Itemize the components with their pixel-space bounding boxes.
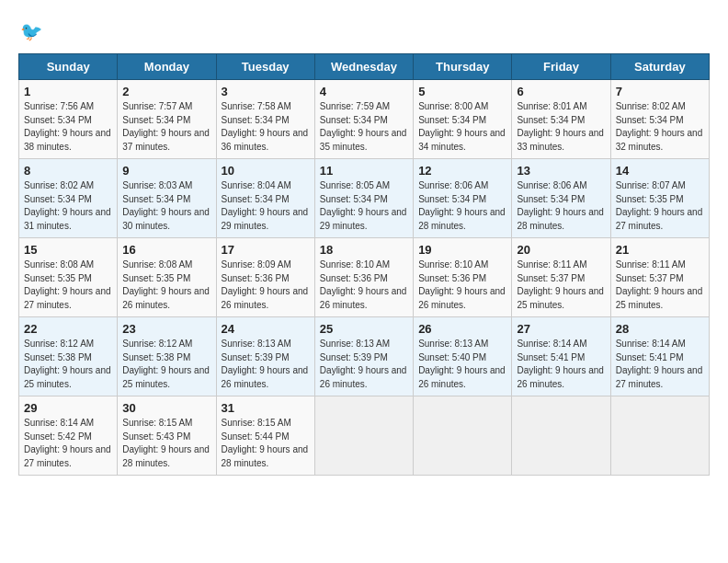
page-header: 🐦 [18,18,710,44]
day-number: 16 [122,243,210,257]
calendar-cell: 31 Sunrise: 8:15 AMSunset: 5:44 PMDaylig… [216,396,314,476]
day-number: 26 [418,322,506,336]
day-detail: Sunrise: 8:05 AMSunset: 5:34 PMDaylight:… [320,180,407,231]
calendar-cell: 7 Sunrise: 8:02 AMSunset: 5:34 PMDayligh… [610,80,709,159]
calendar-cell: 17 Sunrise: 8:09 AMSunset: 5:36 PMDaylig… [216,238,314,317]
calendar-week-3: 15 Sunrise: 8:08 AMSunset: 5:35 PMDaylig… [19,238,710,317]
day-detail: Sunrise: 8:02 AMSunset: 5:34 PMDaylight:… [616,101,703,152]
calendar-cell: 15 Sunrise: 8:08 AMSunset: 5:35 PMDaylig… [19,238,118,317]
day-detail: Sunrise: 8:07 AMSunset: 5:35 PMDaylight:… [616,180,703,231]
day-detail: Sunrise: 8:06 AMSunset: 5:34 PMDaylight:… [418,180,506,231]
calendar-cell: 23 Sunrise: 8:12 AMSunset: 5:38 PMDaylig… [118,317,216,396]
calendar-cell [314,396,413,476]
day-number: 27 [517,322,605,336]
day-detail: Sunrise: 7:59 AMSunset: 5:34 PMDaylight:… [320,101,407,152]
calendar-week-5: 29 Sunrise: 8:14 AMSunset: 5:42 PMDaylig… [19,396,710,476]
calendar-cell: 21 Sunrise: 8:11 AMSunset: 5:37 PMDaylig… [610,238,709,317]
day-detail: Sunrise: 8:08 AMSunset: 5:35 PMDaylight:… [24,259,111,310]
day-number: 7 [616,85,704,98]
calendar-cell: 26 Sunrise: 8:13 AMSunset: 5:40 PMDaylig… [414,317,512,396]
calendar-cell: 19 Sunrise: 8:10 AMSunset: 5:36 PMDaylig… [414,238,512,317]
calendar-header-thursday: Thursday [414,54,512,80]
calendar-header-friday: Friday [512,54,610,80]
calendar-cell [512,396,610,476]
day-detail: Sunrise: 7:56 AMSunset: 5:34 PMDaylight:… [24,101,111,152]
calendar-body: 1 Sunrise: 7:56 AMSunset: 5:34 PMDayligh… [19,80,710,476]
calendar-cell: 11 Sunrise: 8:05 AMSunset: 5:34 PMDaylig… [314,159,413,238]
calendar-cell [414,396,512,476]
day-detail: Sunrise: 8:10 AMSunset: 5:36 PMDaylight:… [320,259,407,310]
calendar-cell: 13 Sunrise: 8:06 AMSunset: 5:34 PMDaylig… [512,159,610,238]
day-detail: Sunrise: 8:06 AMSunset: 5:34 PMDaylight:… [517,180,604,231]
calendar-cell: 27 Sunrise: 8:14 AMSunset: 5:41 PMDaylig… [512,317,610,396]
day-number: 15 [24,243,112,257]
day-number: 25 [320,322,408,336]
day-number: 8 [24,164,112,178]
day-detail: Sunrise: 7:57 AMSunset: 5:34 PMDaylight:… [122,101,210,152]
day-number: 24 [222,322,310,336]
day-number: 3 [222,85,310,98]
calendar-cell: 10 Sunrise: 8:04 AMSunset: 5:34 PMDaylig… [216,159,314,238]
day-detail: Sunrise: 8:11 AMSunset: 5:37 PMDaylight:… [517,259,604,310]
day-detail: Sunrise: 7:58 AMSunset: 5:34 PMDaylight:… [222,101,309,152]
calendar-cell: 22 Sunrise: 8:12 AMSunset: 5:38 PMDaylig… [19,317,118,396]
day-detail: Sunrise: 8:13 AMSunset: 5:39 PMDaylight:… [320,339,407,389]
calendar-cell: 16 Sunrise: 8:08 AMSunset: 5:35 PMDaylig… [118,238,216,317]
day-number: 31 [222,401,310,415]
day-number: 1 [24,85,112,98]
day-number: 4 [320,85,408,98]
day-number: 2 [122,85,210,98]
day-number: 22 [24,322,112,336]
day-number: 5 [418,85,506,98]
calendar-header-saturday: Saturday [610,54,709,80]
day-detail: Sunrise: 8:10 AMSunset: 5:36 PMDaylight:… [418,259,506,310]
calendar-week-2: 8 Sunrise: 8:02 AMSunset: 5:34 PMDayligh… [19,159,710,238]
day-number: 11 [320,164,408,178]
calendar-cell: 6 Sunrise: 8:01 AMSunset: 5:34 PMDayligh… [512,80,610,159]
calendar-cell: 25 Sunrise: 8:13 AMSunset: 5:39 PMDaylig… [314,317,413,396]
day-detail: Sunrise: 8:14 AMSunset: 5:42 PMDaylight:… [24,418,111,468]
calendar-header-monday: Monday [118,54,216,80]
logo-icon: 🐦 [20,18,46,44]
day-detail: Sunrise: 8:15 AMSunset: 5:44 PMDaylight:… [222,418,309,468]
day-number: 13 [517,164,605,178]
day-detail: Sunrise: 8:04 AMSunset: 5:34 PMDaylight:… [222,180,309,231]
day-number: 10 [222,164,310,178]
calendar-header-tuesday: Tuesday [216,54,314,80]
calendar-header-wednesday: Wednesday [314,54,413,80]
calendar-header-sunday: Sunday [19,54,118,80]
calendar-cell: 20 Sunrise: 8:11 AMSunset: 5:37 PMDaylig… [512,238,610,317]
day-detail: Sunrise: 8:01 AMSunset: 5:34 PMDaylight:… [517,101,604,152]
day-detail: Sunrise: 8:15 AMSunset: 5:43 PMDaylight:… [122,418,210,468]
calendar-week-4: 22 Sunrise: 8:12 AMSunset: 5:38 PMDaylig… [19,317,710,396]
day-number: 17 [222,243,310,257]
day-detail: Sunrise: 8:13 AMSunset: 5:39 PMDaylight:… [222,339,309,389]
calendar-cell: 29 Sunrise: 8:14 AMSunset: 5:42 PMDaylig… [19,396,118,476]
day-detail: Sunrise: 8:13 AMSunset: 5:40 PMDaylight:… [418,339,506,389]
calendar-cell: 5 Sunrise: 8:00 AMSunset: 5:34 PMDayligh… [414,80,512,159]
calendar-cell: 1 Sunrise: 7:56 AMSunset: 5:34 PMDayligh… [19,80,118,159]
day-detail: Sunrise: 8:03 AMSunset: 5:34 PMDaylight:… [122,180,210,231]
day-detail: Sunrise: 8:12 AMSunset: 5:38 PMDaylight:… [24,339,111,389]
day-number: 9 [122,164,210,178]
calendar-cell: 8 Sunrise: 8:02 AMSunset: 5:34 PMDayligh… [19,159,118,238]
calendar-header-row: SundayMondayTuesdayWednesdayThursdayFrid… [19,54,710,80]
day-number: 12 [418,164,506,178]
calendar-cell: 12 Sunrise: 8:06 AMSunset: 5:34 PMDaylig… [414,159,512,238]
day-number: 6 [517,85,605,98]
calendar-cell: 3 Sunrise: 7:58 AMSunset: 5:34 PMDayligh… [216,80,314,159]
day-detail: Sunrise: 8:08 AMSunset: 5:35 PMDaylight:… [122,259,210,310]
day-detail: Sunrise: 8:02 AMSunset: 5:34 PMDaylight:… [24,180,111,231]
day-detail: Sunrise: 8:12 AMSunset: 5:38 PMDaylight:… [122,339,210,389]
day-detail: Sunrise: 8:09 AMSunset: 5:36 PMDaylight:… [222,259,309,310]
day-number: 23 [122,322,210,336]
day-number: 19 [418,243,506,257]
day-detail: Sunrise: 8:00 AMSunset: 5:34 PMDaylight:… [418,101,506,152]
calendar-cell: 9 Sunrise: 8:03 AMSunset: 5:34 PMDayligh… [118,159,216,238]
day-detail: Sunrise: 8:11 AMSunset: 5:37 PMDaylight:… [616,259,703,310]
calendar-cell: 24 Sunrise: 8:13 AMSunset: 5:39 PMDaylig… [216,317,314,396]
calendar-table: SundayMondayTuesdayWednesdayThursdayFrid… [18,53,710,476]
calendar-cell: 30 Sunrise: 8:15 AMSunset: 5:43 PMDaylig… [118,396,216,476]
svg-text:🐦: 🐦 [20,20,43,42]
day-number: 30 [122,401,210,415]
